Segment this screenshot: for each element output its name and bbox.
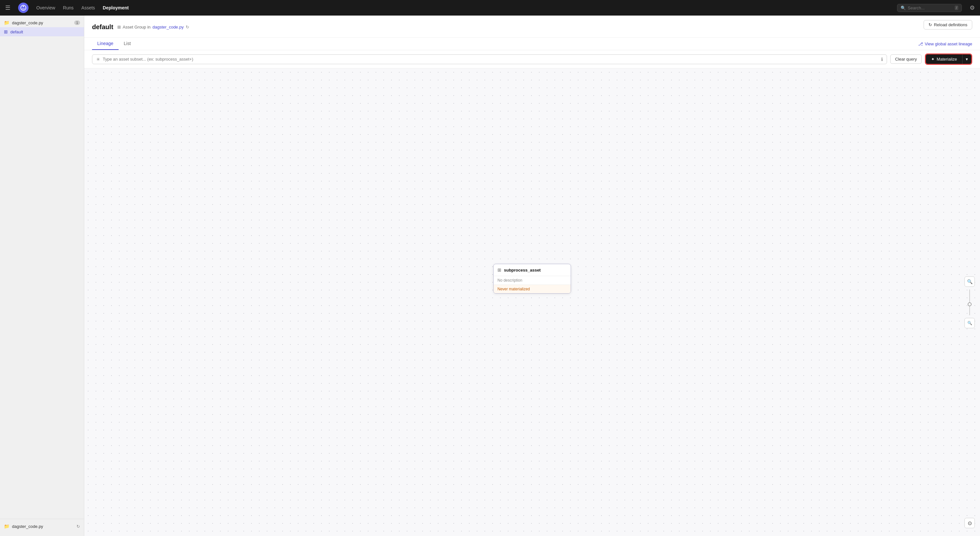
search-input[interactable]: [908, 5, 953, 10]
logo-icon: [19, 4, 27, 12]
sidebar-bottom: 📁 dagster_code.py ↻: [0, 519, 84, 533]
zoom-controls: 🔍 🔍: [964, 277, 975, 328]
asset-node-icon: ⊞: [498, 267, 501, 272]
nav-assets[interactable]: Assets: [81, 5, 95, 10]
logo: [18, 3, 29, 13]
nav-deployment[interactable]: Deployment: [103, 5, 129, 10]
sidebar-bottom-item[interactable]: 📁 dagster_code.py ↻: [0, 522, 84, 531]
asset-search-input[interactable]: [103, 57, 878, 62]
main-content: default ⊞ Asset Group in dagster_code.py…: [84, 16, 980, 536]
lineage-icon: ⎇: [918, 41, 923, 46]
nav-runs[interactable]: Runs: [63, 5, 73, 10]
zoom-in-button[interactable]: 🔍: [964, 277, 975, 287]
tabs-bar: Lineage List ⎇ View global asset lineage: [84, 38, 980, 50]
dropdown-icon: ▾: [966, 57, 968, 62]
materialize-group: ✦ Materialize ▾: [925, 54, 972, 65]
page-header: default ⊞ Asset Group in dagster_code.py…: [84, 16, 980, 38]
bottom-item-label: dagster_code.py: [12, 524, 74, 529]
page-header-top: default ⊞ Asset Group in dagster_code.py…: [92, 20, 972, 37]
breadcrumb: ⊞ Asset Group in dagster_code.py ↻: [117, 25, 189, 30]
sidebar-item-label: dagster_code.py: [12, 21, 72, 25]
tab-lineage[interactable]: Lineage: [92, 38, 119, 50]
zoom-fit-button[interactable]: ⊙: [964, 518, 975, 528]
zoom-out-button[interactable]: 🔍: [964, 318, 975, 328]
sidebar-item-dagster-code[interactable]: 📁 dagster_code.py 1: [0, 18, 84, 27]
breadcrumb-prefix: Asset Group in: [123, 25, 151, 30]
bottom-refresh-icon[interactable]: ↻: [76, 524, 80, 529]
sidebar: 📁 dagster_code.py 1 ⊞ default 📁 dagster_…: [0, 16, 84, 536]
info-icon[interactable]: ℹ: [881, 57, 883, 62]
global-lineage-link[interactable]: ⎇ View global asset lineage: [918, 41, 972, 46]
lineage-canvas[interactable]: ⊞ subprocess_asset No description Never …: [84, 68, 980, 536]
sidebar-item-badge: 1: [74, 21, 80, 25]
settings-icon[interactable]: ⚙: [970, 4, 975, 11]
asset-node-description: No description: [493, 276, 571, 285]
bottom-folder-icon: 📁: [4, 524, 10, 529]
asset-search-icon: ✳: [96, 57, 100, 62]
nav-overview[interactable]: Overview: [36, 5, 55, 10]
search-icon: 🔍: [900, 5, 906, 10]
breadcrumb-refresh[interactable]: ↻: [186, 25, 189, 30]
reload-label: Reload definitions: [934, 22, 967, 27]
asset-node-status: Never materialized: [493, 285, 571, 293]
sidebar-item-default-label: default: [10, 30, 80, 34]
breadcrumb-icon: ⊞: [117, 25, 121, 30]
asset-node-header: ⊞ subprocess_asset: [493, 264, 571, 276]
fit-icon: ⊙: [968, 520, 972, 526]
main-layout: 📁 dagster_code.py 1 ⊞ default 📁 dagster_…: [0, 16, 980, 536]
page-title: default: [92, 23, 113, 31]
breadcrumb-link[interactable]: dagster_code.py: [153, 25, 184, 30]
zoom-slider-track: [969, 289, 970, 315]
materialize-label: Materialize: [937, 57, 957, 62]
search-shortcut: /: [955, 5, 958, 10]
reload-icon: ↻: [929, 22, 932, 27]
reload-definitions-button[interactable]: ↻ Reload definitions: [924, 20, 972, 30]
materialize-dropdown-button[interactable]: ▾: [962, 54, 971, 64]
clear-query-button[interactable]: Clear query: [890, 54, 922, 64]
toolbar: ✳ ℹ Clear query ✦ Materialize ▾: [84, 50, 980, 68]
tab-list[interactable]: List: [119, 38, 136, 50]
global-search[interactable]: 🔍 /: [897, 4, 962, 12]
zoom-slider-thumb[interactable]: [968, 302, 972, 306]
hamburger-menu[interactable]: ☰: [5, 4, 10, 11]
page-header-right: ↻ Reload definitions: [924, 20, 972, 34]
materialize-button[interactable]: ✦ Materialize: [926, 54, 962, 64]
global-lineage-label: View global asset lineage: [925, 41, 972, 46]
folder-icon: 📁: [4, 20, 10, 25]
grid-icon: ⊞: [4, 29, 8, 34]
asset-node-name: subprocess_asset: [504, 268, 541, 272]
materialize-icon: ✦: [931, 57, 935, 62]
nav-links: Overview Runs Assets Deployment: [36, 5, 889, 10]
top-nav: ☰ Overview Runs Assets Deployment 🔍 / ⚙: [0, 0, 980, 16]
asset-search[interactable]: ✳ ℹ: [92, 54, 887, 64]
svg-point-1: [23, 6, 24, 7]
zoom-bottom-controls: ⊙: [964, 518, 975, 528]
asset-node-subprocess[interactable]: ⊞ subprocess_asset No description Never …: [493, 264, 571, 294]
sidebar-item-default[interactable]: ⊞ default: [0, 27, 84, 36]
